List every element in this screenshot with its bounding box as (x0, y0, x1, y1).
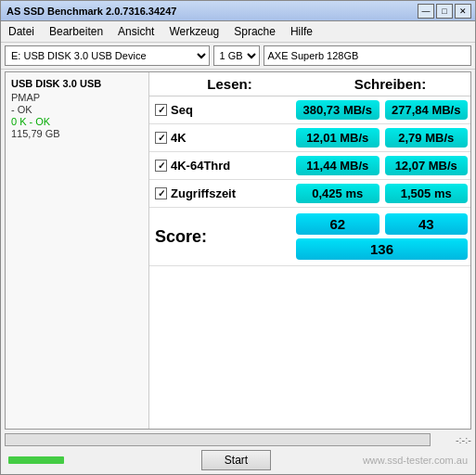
menu-sprache[interactable]: Sprache (230, 23, 279, 40)
score-total: 136 (296, 238, 468, 260)
score-row: Score: 62 43 136 (149, 208, 470, 266)
zugriffszeit-cells: 0,425 ms 1,505 ms (293, 182, 470, 205)
start-button[interactable]: Start (201, 450, 271, 470)
menu-bearbeiten[interactable]: Bearbeiten (45, 23, 107, 40)
close-button[interactable]: ✕ (455, 4, 471, 19)
4k64-cells: 11,44 MB/s 12,07 MB/s (293, 154, 470, 177)
main-window: AS SSD Benchmark 2.0.7316.34247 — □ ✕ Da… (0, 0, 476, 475)
seq-cells: 380,73 MB/s 277,84 MB/s (293, 98, 470, 122)
progress-row: -:-:- (5, 433, 471, 446)
device-info: USB DISK 3.0 USB PMAP - OK 0 K - OK 115,… (11, 78, 143, 139)
score-read: 62 (296, 213, 380, 235)
zugriffszeit-checkbox[interactable]: ✓ (155, 187, 167, 199)
menu-hilfe[interactable]: Hilfe (287, 23, 316, 40)
zugriffszeit-read: 0,425 ms (296, 184, 380, 203)
write-header: Schreiben: (310, 72, 470, 96)
score-write: 43 (385, 213, 469, 235)
score-top: 62 43 (293, 212, 470, 237)
device-label: AXE Superb 128GB (264, 45, 472, 66)
4k64-read: 11,44 MB/s (296, 156, 380, 175)
drive-select[interactable]: E: USB DISK 3.0 USB Device (5, 45, 210, 66)
device-name-line1: USB DISK 3.0 USB (11, 78, 143, 89)
read-header: Lesen: (149, 72, 310, 96)
window-controls: — □ ✕ (418, 4, 471, 19)
seq-write: 277,84 MB/s (385, 100, 469, 120)
seq-label: ✓ Seq (149, 103, 293, 117)
toolbar: E: USB DISK 3.0 USB Device 1 GB AXE Supe… (1, 43, 475, 70)
title-bar: AS SSD Benchmark 2.0.7316.34247 — □ ✕ (1, 1, 475, 21)
window-title: AS SSD Benchmark 2.0.7316.34247 (5, 6, 176, 17)
4k64-label: ✓ 4K-64Thrd (149, 159, 293, 173)
4k64-write: 12,07 MB/s (385, 156, 469, 175)
4k-read: 12,01 MB/s (296, 128, 380, 148)
right-panel: Lesen: Schreiben: ✓ Seq 380,73 MB/s 277,… (149, 72, 470, 429)
pmap-label: PMAP (11, 92, 143, 103)
seq-read: 380,73 MB/s (296, 100, 380, 120)
maximize-button[interactable]: □ (436, 4, 453, 19)
menu-datei[interactable]: Datei (5, 23, 38, 40)
progress-bar (5, 433, 431, 446)
bottom-section: -:-:- Start www.ssd-tester.com.au (5, 433, 471, 472)
status-ok: - OK (11, 104, 143, 115)
menu-werkzeug[interactable]: Werkzeug (165, 23, 223, 40)
time-display: -:-:- (434, 434, 471, 445)
menu-bar: Datei Bearbeiten Ansicht Werkzeug Sprach… (1, 21, 475, 43)
results-header: Lesen: Schreiben: (149, 72, 470, 96)
row-zugriffszeit: ✓ Zugriffszeit 0,425 ms 1,505 ms (149, 180, 470, 208)
capacity: 115,79 GB (11, 128, 143, 139)
size-select[interactable]: 1 GB (213, 45, 260, 66)
zugriffszeit-label: ✓ Zugriffszeit (149, 186, 293, 200)
row-seq: ✓ Seq 380,73 MB/s 277,84 MB/s (149, 96, 470, 124)
4k64-checkbox[interactable]: ✓ (155, 160, 167, 172)
green-bar (8, 456, 64, 464)
minimize-button[interactable]: — (418, 4, 434, 19)
4k-write: 2,79 MB/s (385, 128, 469, 148)
watermark: www.ssd-tester.com.au (363, 455, 468, 466)
seq-checkbox[interactable]: ✓ (155, 104, 167, 116)
left-panel: USB DISK 3.0 USB PMAP - OK 0 K - OK 115,… (6, 72, 149, 429)
4k-checkbox[interactable]: ✓ (155, 132, 167, 144)
score-label: Score: (149, 227, 293, 247)
4k-cells: 12,01 MB/s 2,79 MB/s (293, 126, 470, 149)
main-content: USB DISK 3.0 USB PMAP - OK 0 K - OK 115,… (5, 71, 471, 430)
score-cells: 62 43 136 (293, 212, 470, 262)
menu-ansicht[interactable]: Ansicht (114, 23, 158, 40)
status-green: 0 K - OK (11, 116, 143, 127)
row-4k64: ✓ 4K-64Thrd 11,44 MB/s 12,07 MB/s (149, 152, 470, 180)
zugriffszeit-write: 1,505 ms (385, 184, 469, 203)
action-row: Start www.ssd-tester.com.au (5, 448, 471, 472)
row-4k: ✓ 4K 12,01 MB/s 2,79 MB/s (149, 124, 470, 152)
4k-label: ✓ 4K (149, 131, 293, 145)
